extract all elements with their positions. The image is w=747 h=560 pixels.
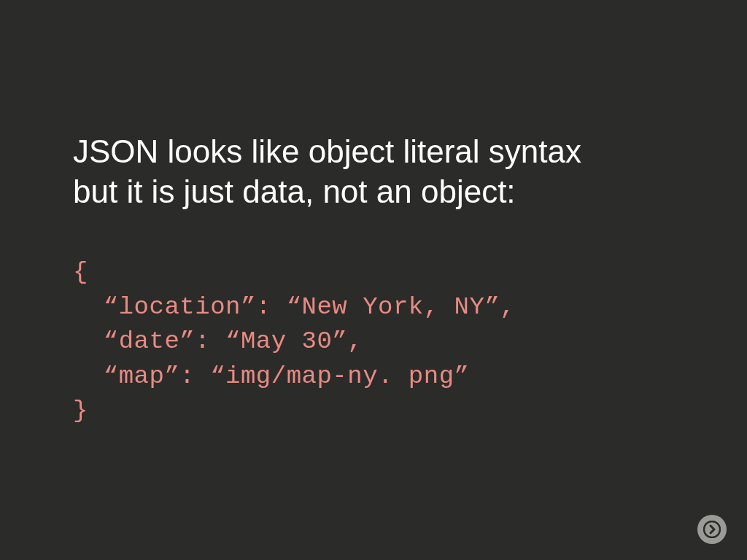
code-line-date: “date”: “May 30”, [73, 327, 363, 355]
slide-heading: JSON looks like object literal syntax bu… [73, 131, 674, 211]
code-line-location: “location”: “New York, NY”, [73, 293, 515, 321]
arrow-right-icon [703, 521, 721, 538]
code-open-brace: { [73, 258, 88, 286]
slide: JSON looks like object literal syntax bu… [0, 0, 747, 560]
code-line-map: “map”: “img/map-ny. png” [73, 362, 470, 390]
heading-line-1: JSON looks like object literal syntax [73, 133, 581, 169]
code-close-brace: } [73, 397, 88, 424]
next-slide-button[interactable] [697, 515, 727, 544]
heading-line-2: but it is just data, not an object: [73, 174, 516, 209]
svg-point-0 [704, 521, 720, 537]
code-example: { “location”: “New York, NY”, “date”: “M… [73, 255, 674, 429]
